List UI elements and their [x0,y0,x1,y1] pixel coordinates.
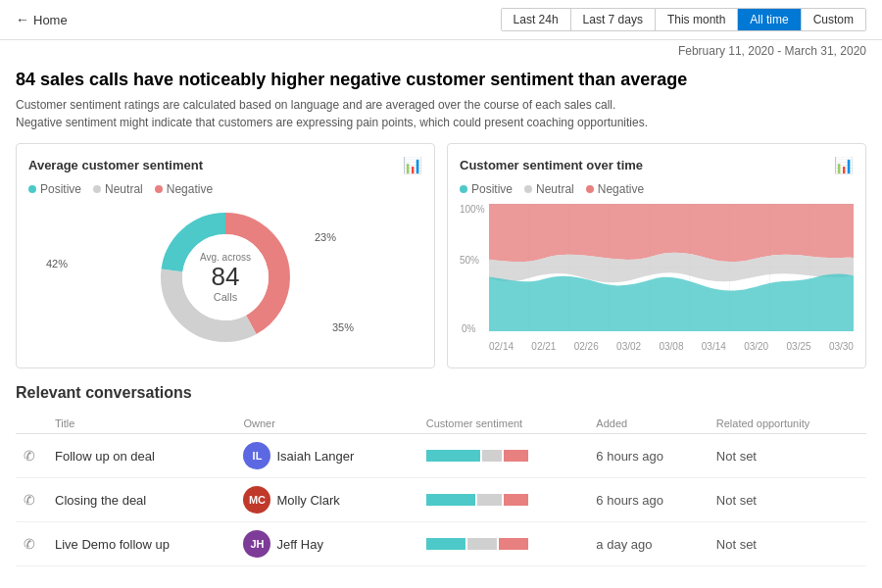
owner-name: Jeff Hay [276,537,322,552]
table-row[interactable]: ✆ Live Demo follow up JH Jeff Hay a day … [16,522,866,566]
x-label-0308: 03/08 [659,341,683,352]
x-axis-labels: 02/14 02/21 02/26 03/02 03/08 03/14 03/2… [489,341,854,352]
sentiment-positive [426,494,475,506]
time-filter-group: Last 24h Last 7 days This month All time… [501,8,866,31]
sentiment-bar [426,536,581,552]
row-added: a day ago [588,522,708,566]
avg-sentiment-title: Average customer sentiment 📊 [28,156,422,174]
sentiment-over-time-card: Customer sentiment over time 📊 Positive … [447,143,866,368]
sentiment-negative [504,450,528,462]
sentiment-negative [499,538,528,550]
conversations-section: Relevant conversations Title Owner Custo… [16,384,866,566]
filter-last7d[interactable]: Last 7 days [571,9,656,30]
row-title: Closing the deal [47,478,235,522]
pct-neutral-label: 35% [332,321,354,333]
filter-thismonth[interactable]: This month [656,9,738,30]
conversations-table-body: ✆ Follow up on deal IL Isaiah Langer 6 h… [16,434,866,566]
sentiment-bar [426,448,581,464]
x-label-0325: 03/25 [787,341,811,352]
sentiment-neutral [467,538,497,550]
main-content: 84 sales calls have noticeably higher ne… [0,62,882,574]
row-related: Not set [709,478,866,522]
y-label-100: 100% [460,204,485,215]
row-related: Not set [709,434,866,478]
sentiment-bar [426,492,581,508]
header: ← Home Last 24h Last 7 days This month A… [0,0,882,40]
conversations-table: Title Owner Customer sentiment Added Rel… [16,414,866,566]
col-icon [16,414,47,434]
col-owner: Owner [235,414,417,434]
col-added: Added [588,414,708,434]
charts-row: Average customer sentiment 📊 Positive Ne… [16,143,866,368]
owner-avatar: JH [243,530,270,558]
x-label-0214: 02/14 [489,341,514,352]
row-phone-icon: ✆ [16,522,47,566]
pct-positive-label: 23% [315,231,336,243]
row-owner: IL Isaiah Langer [235,434,417,478]
time-negative-dot [586,185,594,193]
owner-avatar: MC [243,486,270,514]
avg-sentiment-export-icon[interactable]: 📊 [403,156,422,174]
back-label: Home [33,13,68,27]
col-sentiment: Customer sentiment [418,414,589,434]
sentiment-negative [504,494,528,506]
date-range: February 11, 2020 - March 31, 2020 [0,40,882,62]
x-label-0226: 02/26 [574,341,599,352]
sentiment-over-time-title: Customer sentiment over time 📊 [460,156,854,174]
insight-headline: 84 sales calls have noticeably higher ne… [16,70,866,90]
table-row[interactable]: ✆ Closing the deal MC Molly Clark 6 hour… [16,478,866,522]
row-added: 6 hours ago [588,478,708,522]
sentiment-neutral [482,450,502,462]
table-row[interactable]: ✆ Follow up on deal IL Isaiah Langer 6 h… [16,434,866,478]
time-legend-positive: Positive [460,182,513,196]
positive-dot [28,185,36,193]
legend-negative: Negative [155,182,213,196]
donut-chart: Avg. across 84 Calls [152,204,299,351]
time-chart-legend: Positive Neutral Negative [460,182,854,196]
back-button[interactable]: ← Home [16,12,68,27]
owner-name: Molly Clark [276,493,339,508]
sentiment-neutral [477,494,502,506]
time-legend-neutral: Neutral [524,182,574,196]
sentiment-over-time-export-icon[interactable]: 📊 [834,156,854,174]
back-arrow-icon: ← [16,12,29,27]
owner-avatar: IL [243,442,270,469]
x-label-0302: 03/02 [616,341,641,352]
x-label-0221: 02/21 [531,341,556,352]
time-legend-negative: Negative [586,182,644,196]
row-sentiment [418,478,589,522]
sentiment-positive [426,538,466,550]
x-label-0330: 03/30 [829,341,854,352]
row-added: 6 hours ago [588,434,708,478]
time-neutral-dot [524,185,532,193]
legend-positive: Positive [28,182,81,196]
row-phone-icon: ✆ [16,478,47,522]
col-related: Related opportunity [709,414,866,434]
row-owner: JH Jeff Hay [235,522,417,566]
neutral-dot [93,185,101,193]
time-positive-dot [460,185,467,193]
row-title: Live Demo follow up [47,522,235,566]
table-header-row: Title Owner Customer sentiment Added Rel… [16,414,866,434]
row-title: Follow up on deal [47,434,235,478]
owner-name: Isaiah Langer [276,449,354,464]
filter-custom[interactable]: Custom [802,9,865,30]
col-title: Title [47,414,235,434]
conversations-title: Relevant conversations [16,384,866,402]
avg-sentiment-legend: Positive Neutral Negative [28,182,422,196]
row-owner: MC Molly Clark [235,478,417,522]
row-sentiment [418,434,589,478]
insight-subtitle: Customer sentiment ratings are calculate… [16,96,866,131]
donut-center: Avg. across 84 Calls [200,252,251,303]
row-sentiment [418,522,589,566]
filter-alltime[interactable]: All time [738,9,801,30]
row-phone-icon: ✆ [16,434,47,478]
filter-last24h[interactable]: Last 24h [502,9,571,30]
y-label-0: 0% [462,323,475,334]
y-label-50: 50% [460,255,479,266]
x-label-0320: 03/20 [744,341,768,352]
pct-negative-label: 42% [46,258,68,270]
legend-neutral: Neutral [93,182,143,196]
avg-sentiment-card: Average customer sentiment 📊 Positive Ne… [16,143,435,368]
row-related: Not set [709,522,866,566]
